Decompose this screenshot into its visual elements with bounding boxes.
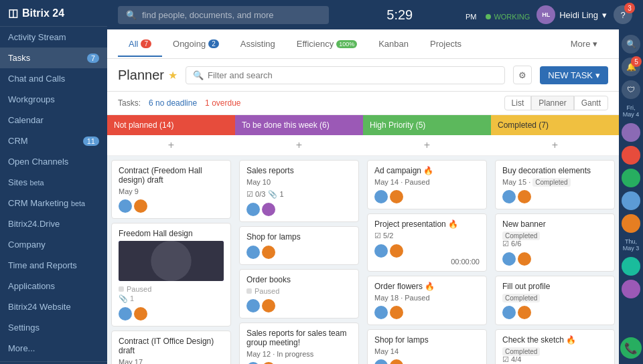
sidebar-label-chat: Chat and Calls bbox=[8, 74, 65, 84]
sidebar-item-time-reports[interactable]: Time and Reports bbox=[0, 255, 107, 276]
column-add-high[interactable]: + bbox=[363, 135, 491, 156]
user-name: Heidi Ling bbox=[559, 10, 598, 20]
column-not-planned: Not planned (14) + Contract (Freedom Hal… bbox=[107, 115, 235, 364]
view-planner-btn[interactable]: Planner bbox=[531, 96, 573, 110]
avatar bbox=[390, 244, 403, 258]
tab-kanban[interactable]: Kanban bbox=[368, 31, 419, 57]
sidebar-item-activity-stream[interactable]: Activity Stream bbox=[0, 27, 107, 48]
card-freedom-hall-design[interactable]: Freedom Hall design Paused 📎 1 bbox=[111, 223, 231, 327]
sidebar-item-tasks[interactable]: Tasks 7 bbox=[0, 48, 107, 68]
sidebar-item-sites[interactable]: Sites beta bbox=[0, 172, 107, 193]
tab-assisting[interactable]: Assisting bbox=[230, 31, 286, 57]
card-title: Fill out profile bbox=[502, 282, 608, 291]
card-check-sketch[interactable]: Check the sketch 🔥 Completed ☑ 4/4 bbox=[495, 329, 615, 364]
card-project-presentation[interactable]: Project presentation 🔥 ☑ 5/2 00:00:00 bbox=[367, 213, 487, 272]
sidebar-label-sites: Sites beta bbox=[8, 177, 44, 187]
sidebar-item-applications[interactable]: Applications bbox=[0, 276, 107, 296]
sidebar-item-bitrix24-website[interactable]: Bitrix24 Website bbox=[0, 296, 107, 317]
card-sales-reports-group[interactable]: Sales reports for sales team group meeti… bbox=[239, 323, 359, 364]
sidebar-item-crm[interactable]: CRM 11 bbox=[0, 130, 107, 151]
right-panel-avatar-2[interactable] bbox=[622, 146, 640, 165]
tab-assisting-label: Assisting bbox=[240, 39, 275, 49]
shield-panel-icon[interactable]: 🛡 bbox=[622, 80, 640, 99]
right-panel-avatar-3[interactable] bbox=[622, 169, 640, 187]
tasks-count-link[interactable]: 6 no deadline bbox=[149, 98, 197, 108]
card-order-books[interactable]: Order books Paused bbox=[239, 269, 359, 318]
right-panel-avatar-1[interactable] bbox=[622, 123, 640, 142]
column-add-todo[interactable]: + bbox=[235, 135, 363, 156]
logo-icon: ◫ bbox=[8, 7, 18, 19]
right-panel-avatar-7[interactable] bbox=[622, 280, 640, 298]
card-status: Completed bbox=[502, 232, 608, 240]
filter-box[interactable]: 🔍 bbox=[186, 66, 505, 84]
card-shop-lamps-high[interactable]: Shop for lamps May 14 bbox=[367, 329, 487, 364]
card-date: May 15 · Completed bbox=[502, 178, 608, 186]
column-cards-not-planned: Contract (Freedom Hall design) draft May… bbox=[107, 156, 235, 364]
tab-ongoing[interactable]: Ongoing 2 bbox=[162, 31, 230, 57]
tab-projects[interactable]: Projects bbox=[419, 31, 472, 57]
sidebar-item-more[interactable]: More... bbox=[0, 338, 107, 359]
sidebar-item-bitrix24-drive[interactable]: Bitrix24.Drive bbox=[0, 213, 107, 234]
working-label: WORKING bbox=[494, 13, 530, 21]
avatar bbox=[390, 359, 403, 364]
card-ad-campaign[interactable]: Ad campaign 🔥 May 14 · Paused bbox=[367, 160, 487, 209]
tab-efficiency[interactable]: Efficiency 100% bbox=[286, 31, 368, 57]
card-avatars bbox=[246, 299, 352, 312]
tab-projects-label: Projects bbox=[430, 39, 461, 49]
time-suffix: PM bbox=[466, 13, 477, 21]
search-panel-icon[interactable]: 🔍 bbox=[622, 35, 640, 54]
column-add-completed[interactable]: + bbox=[491, 135, 619, 156]
working-dot bbox=[486, 14, 491, 19]
gear-button[interactable]: ⚙ bbox=[513, 66, 532, 84]
new-task-button[interactable]: NEW TASK ▾ bbox=[540, 66, 608, 84]
card-status: Completed bbox=[502, 294, 608, 302]
search-input[interactable] bbox=[142, 10, 321, 20]
card-image bbox=[119, 241, 224, 281]
sidebar-item-calendar[interactable]: Calendar bbox=[0, 110, 107, 130]
fire-icon: 🔥 bbox=[566, 335, 576, 345]
sidebar-item-workgroups[interactable]: Workgroups bbox=[0, 89, 107, 110]
card-contract-freedom-hall[interactable]: Contract (Freedom Hall design) draft May… bbox=[111, 160, 231, 219]
card-avatars bbox=[502, 190, 608, 203]
search-box[interactable]: 🔍 bbox=[118, 6, 329, 24]
notif-panel-icon[interactable]: 🔔 5 bbox=[622, 58, 640, 76]
right-panel-avatar-5[interactable] bbox=[622, 214, 640, 233]
sidebar-label-applications: Applications bbox=[8, 281, 55, 291]
task-summary-bar: Tasks: 6 no deadline 1 overdue List Plan… bbox=[107, 92, 619, 115]
sidebar-item-chat-calls[interactable]: Chat and Calls bbox=[0, 68, 107, 89]
card-fill-out-profile[interactable]: Fill out profile Completed bbox=[495, 276, 615, 325]
view-list-btn[interactable]: List bbox=[504, 96, 532, 110]
card-contract-it-office[interactable]: Contract (IT Office Design) draft May 17 bbox=[111, 331, 231, 364]
right-panel-avatar-4[interactable] bbox=[622, 191, 640, 210]
phone-button[interactable]: 📞 bbox=[620, 337, 642, 359]
card-sales-reports[interactable]: Sales reports May 10 ☑ 0/3 📎 1 bbox=[239, 160, 359, 222]
tab-more[interactable]: More ▾ bbox=[560, 31, 608, 57]
tasks-badge: 7 bbox=[87, 54, 99, 63]
notification-btn[interactable]: ? 3 bbox=[614, 5, 632, 24]
fire-icon: 🔥 bbox=[448, 219, 458, 229]
tab-all[interactable]: All 7 bbox=[118, 31, 162, 57]
view-gantt-btn[interactable]: Gantt bbox=[574, 96, 608, 110]
sidebar-item-company[interactable]: Company bbox=[0, 234, 107, 255]
card-title: Contract (Freedom Hall design) draft bbox=[119, 166, 224, 185]
sidebar-item-crm-marketing[interactable]: CRM Marketing beta bbox=[0, 193, 107, 213]
status-text: Paused bbox=[127, 285, 151, 293]
card-buy-decoration[interactable]: Buy decoration elements May 15 · Complet… bbox=[495, 160, 615, 209]
card-shop-lamps-todo[interactable]: Shop for lamps bbox=[239, 226, 359, 265]
card-order-flowers[interactable]: Order flowers 🔥 May 18 · Paused bbox=[367, 276, 487, 325]
column-add-not-planned[interactable]: + bbox=[107, 135, 235, 156]
planner-title: Planner ★ bbox=[118, 68, 177, 83]
filter-input[interactable] bbox=[208, 70, 498, 80]
avatar[interactable]: HL bbox=[537, 5, 555, 24]
column-header-not-planned: Not planned (14) bbox=[107, 115, 235, 135]
card-title: Sales reports for sales team group meeti… bbox=[246, 329, 352, 347]
card-date: May 12 · In progress bbox=[246, 350, 352, 358]
column-title-not-planned: Not planned (14) bbox=[114, 120, 173, 130]
right-panel-avatar-6[interactable] bbox=[622, 257, 640, 276]
sidebar-item-open-channels[interactable]: Open Channels bbox=[0, 151, 107, 172]
card-timer: 00:00:00 bbox=[374, 258, 480, 266]
avatar bbox=[119, 199, 132, 213]
right-panel-date-fri: Fri, May 4 bbox=[619, 103, 643, 119]
card-new-banner[interactable]: New banner Completed ☑ 6/6 bbox=[495, 213, 615, 272]
sidebar-item-settings[interactable]: Settings bbox=[0, 317, 107, 338]
